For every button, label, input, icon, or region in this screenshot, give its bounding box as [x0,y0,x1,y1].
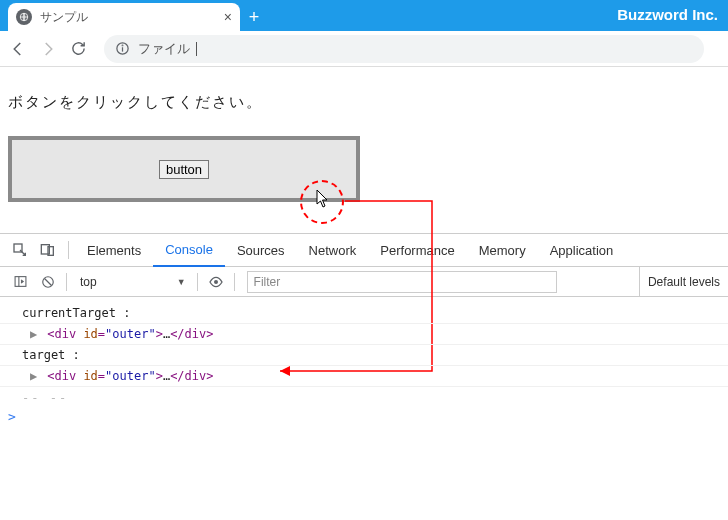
console-toolbar: top ▼ Filter Default levels [0,267,728,297]
context-label: top [80,275,97,289]
tab-network[interactable]: Network [297,234,369,267]
address-text: ファイル [138,40,190,58]
separator [234,273,235,291]
sidebar-toggle-icon[interactable] [6,267,34,297]
tab-elements[interactable]: Elements [75,234,153,267]
browser-tabstrip-bar: Buzzword Inc. サンプル × + [0,0,728,31]
text-caret [196,42,197,56]
svg-line-10 [45,278,52,285]
new-tab-button[interactable]: + [240,3,268,31]
filter-input[interactable]: Filter [247,271,557,293]
tab-sources[interactable]: Sources [225,234,297,267]
tab-performance[interactable]: Performance [368,234,466,267]
svg-point-3 [122,45,123,46]
console-output: currentTarget : ▶ <div id="outer">…</div… [0,297,728,520]
page-content: ボタンをクリックしてください。 button [0,67,728,233]
separator [197,273,198,291]
console-object-line[interactable]: ▶ <div id="outer">…</div> [0,324,728,345]
context-selector[interactable]: top ▼ [71,271,193,293]
clear-console-icon[interactable] [34,267,62,297]
tab-strip: サンプル × + [8,0,268,31]
inspect-icon[interactable] [6,234,34,267]
svg-rect-7 [15,277,26,287]
cursor-icon [316,189,332,209]
browser-tab[interactable]: サンプル × [8,3,240,31]
console-line: -- -- [0,391,728,405]
console-object-line[interactable]: ▶ <div id="outer">…</div> [0,366,728,387]
devtools-panel: Elements Console Sources Network Perform… [0,233,728,520]
reload-button[interactable] [68,39,88,59]
tab-memory[interactable]: Memory [467,234,538,267]
live-expression-icon[interactable] [202,267,230,297]
devtools-tabbar: Elements Console Sources Network Perform… [0,234,728,267]
separator [66,273,67,291]
globe-icon [16,9,32,25]
watermark-text: Buzzword Inc. [617,6,718,23]
svg-point-11 [214,280,218,284]
close-icon[interactable]: × [224,9,232,25]
separator [68,241,69,259]
back-button[interactable] [8,39,28,59]
device-icon[interactable] [34,234,62,267]
console-prompt[interactable]: > [0,405,728,424]
demo-button[interactable]: button [159,160,209,179]
forward-button[interactable] [38,39,58,59]
address-bar[interactable]: ファイル [104,35,704,63]
browser-toolbar: ファイル [0,31,728,67]
info-icon [114,41,130,57]
tab-title: サンプル [40,9,216,26]
tab-console[interactable]: Console [153,234,225,267]
instruction-text: ボタンをクリックしてください。 [8,93,720,112]
filter-placeholder: Filter [254,275,281,289]
tab-application[interactable]: Application [538,234,626,267]
console-line: target : [0,345,728,366]
log-levels-selector[interactable]: Default levels [639,267,728,297]
chevron-down-icon: ▼ [177,277,186,287]
expand-icon[interactable]: ▶ [30,327,40,341]
console-line: currentTarget : [0,303,728,324]
expand-icon[interactable]: ▶ [30,369,40,383]
